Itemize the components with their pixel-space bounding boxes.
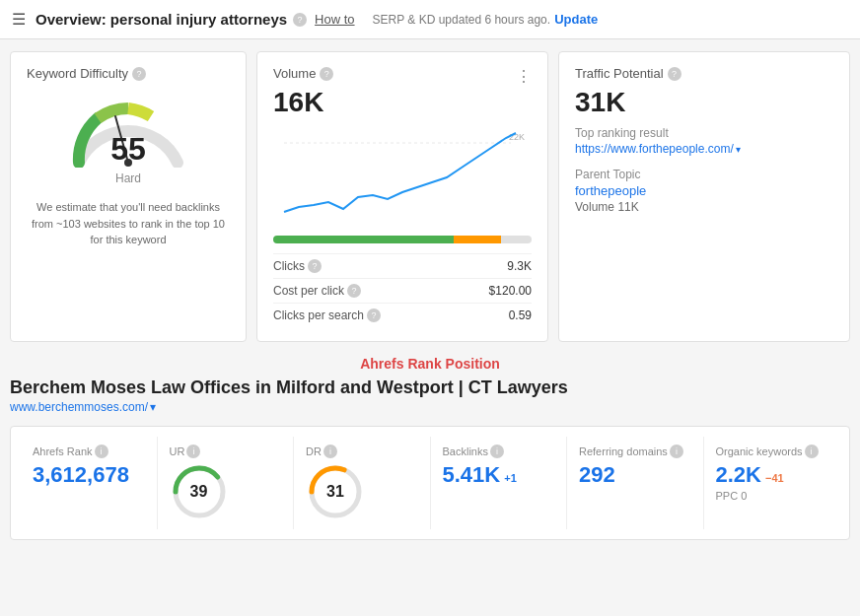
gauge-value-2: 31 xyxy=(326,483,344,501)
parent-topic-section: Parent Topic forthepeople Volume 11K xyxy=(575,168,833,214)
metric-value-0: 3,612,678 xyxy=(33,462,145,488)
metric-help-icon-0[interactable]: i xyxy=(95,445,108,458)
site-url-text: www.berchemmoses.com/ xyxy=(10,400,148,414)
cpc-help-icon[interactable]: ? xyxy=(347,284,361,298)
bar-paid xyxy=(454,236,500,243)
kd-label: Hard xyxy=(27,171,230,185)
circ-gauge-1: 39 xyxy=(170,462,229,521)
clicks-bar xyxy=(273,236,532,243)
metric-cell-organic-keywords: Organic keywords i2.2K−41PPC 0 xyxy=(704,437,840,529)
volume-header: Volume ? ⋮ xyxy=(273,66,532,87)
metric-help-icon-3[interactable]: i xyxy=(490,445,504,458)
metric-label-4: Referring domains i xyxy=(579,445,691,458)
top-stats-row: Keyword Difficulty ? 55 Hard We estimate… xyxy=(0,39,860,350)
metric-change-3: +1 xyxy=(504,472,517,484)
metric-label-1: UR i xyxy=(170,445,282,458)
volume-title: Volume ? xyxy=(273,66,333,81)
cps-row: Clicks per search ? 0.59 xyxy=(273,303,532,327)
kd-value: 55 xyxy=(110,131,146,168)
bottom-metrics: Ahrefs Rank i3,612,678UR i 39 DR i 31 Ba… xyxy=(10,426,850,540)
cpc-value: $120.00 xyxy=(489,284,532,298)
metric-cell-referring-domains: Referring domains i292 xyxy=(567,437,704,529)
howto-link[interactable]: How to xyxy=(315,12,354,27)
kd-card-title: Keyword Difficulty ? xyxy=(27,66,230,81)
bar-no-click xyxy=(501,236,532,243)
site-title: Berchem Moses Law Offices in Milford and… xyxy=(10,377,850,398)
menu-icon[interactable]: ☰ xyxy=(12,10,26,29)
traffic-help-icon[interactable]: ? xyxy=(668,67,681,81)
traffic-title: Traffic Potential ? xyxy=(575,66,833,81)
metric-help-icon-2[interactable]: i xyxy=(323,445,337,458)
metric-label-3: Backlinks i xyxy=(443,445,555,458)
metric-value-5: 2.2K−41 xyxy=(716,462,828,488)
volume-menu-icon[interactable]: ⋮ xyxy=(516,67,532,86)
cpc-label: Cost per click ? xyxy=(273,284,361,298)
update-link[interactable]: Update xyxy=(554,12,598,27)
volume-help-icon[interactable]: ? xyxy=(320,67,333,81)
clicks-help-icon[interactable]: ? xyxy=(308,259,322,273)
metric-help-icon-5[interactable]: i xyxy=(805,445,819,458)
volume-card: Volume ? ⋮ 16K 22K Clicks ? 9.3K Co xyxy=(256,51,548,342)
clicks-value: 9.3K xyxy=(507,259,532,273)
bar-clicks xyxy=(273,236,454,243)
metric-label-0: Ahrefs Rank i xyxy=(33,445,145,458)
metric-value-3: 5.41K+1 xyxy=(443,462,555,488)
url-dropdown-icon[interactable]: ▾ xyxy=(150,400,156,414)
metric-label-5: Organic keywords i xyxy=(716,445,828,458)
parent-topic-label: Parent Topic xyxy=(575,168,833,181)
serp-status: SERP & KD updated 6 hours ago. xyxy=(373,13,551,27)
svg-text:22K: 22K xyxy=(509,132,525,142)
url-dropdown-icon[interactable]: ▾ xyxy=(736,144,741,155)
metric-cell-ur: UR i 39 xyxy=(158,437,295,529)
metric-cell-ahrefs-rank: Ahrefs Rank i3,612,678 xyxy=(21,437,158,529)
clicks-row: Clicks ? 9.3K xyxy=(273,253,532,278)
top-ranking-url-text: https://www.forthepeople.com/ xyxy=(575,142,734,156)
metric-sub-5: PPC 0 xyxy=(716,490,828,502)
metric-cell-dr: DR i 31 xyxy=(294,437,431,529)
traffic-value: 31K xyxy=(575,87,833,118)
kd-card: Keyword Difficulty ? 55 Hard We estimate… xyxy=(10,51,247,342)
parent-volume: Volume 11K xyxy=(575,200,833,214)
gauge-row-2: 31 xyxy=(306,462,418,521)
cps-help-icon[interactable]: ? xyxy=(367,308,381,322)
kd-help-icon[interactable]: ? xyxy=(132,67,146,81)
metric-label-2: DR i xyxy=(306,445,418,458)
metric-help-icon-1[interactable]: i xyxy=(186,445,200,458)
app-header: ☰ Overview: personal injury attorneys ? … xyxy=(0,0,860,39)
parent-topic-link[interactable]: forthepeople xyxy=(575,183,833,198)
volume-value: 16K xyxy=(273,87,532,118)
traffic-title-text: Traffic Potential xyxy=(575,66,664,81)
site-url[interactable]: www.berchemmoses.com/ ▾ xyxy=(10,400,850,414)
kd-title-text: Keyword Difficulty xyxy=(27,66,128,81)
kd-description: We estimate that you'll need backlinks f… xyxy=(27,199,230,248)
top-ranking-label: Top ranking result xyxy=(575,126,833,140)
clicks-label: Clicks ? xyxy=(273,259,322,273)
help-icon[interactable]: ? xyxy=(293,13,307,27)
volume-chart: 22K xyxy=(273,128,532,227)
volume-title-text: Volume xyxy=(273,66,316,81)
page-title: Overview: personal injury attorneys xyxy=(36,11,287,28)
metric-help-icon-4[interactable]: i xyxy=(670,445,683,458)
rank-badge: Ahrefs Rank Position xyxy=(10,356,850,372)
gauge-row-1: 39 xyxy=(170,462,282,521)
cps-value: 0.59 xyxy=(509,308,532,322)
metric-value-4: 292 xyxy=(579,462,691,488)
metric-change-5: −41 xyxy=(765,472,784,484)
top-ranking-url[interactable]: https://www.forthepeople.com/ ▾ xyxy=(575,142,833,156)
metric-cell-backlinks: Backlinks i5.41K+1 xyxy=(431,437,568,529)
traffic-card: Traffic Potential ? 31K Top ranking resu… xyxy=(558,51,850,342)
rank-section: Ahrefs Rank Position Berchem Moses Law O… xyxy=(0,350,860,418)
gauge-value-1: 39 xyxy=(190,483,208,501)
circ-gauge-2: 31 xyxy=(306,462,365,521)
cps-label: Clicks per search ? xyxy=(273,308,381,322)
kd-gauge: 55 xyxy=(64,89,192,168)
cpc-row: Cost per click ? $120.00 xyxy=(273,278,532,303)
